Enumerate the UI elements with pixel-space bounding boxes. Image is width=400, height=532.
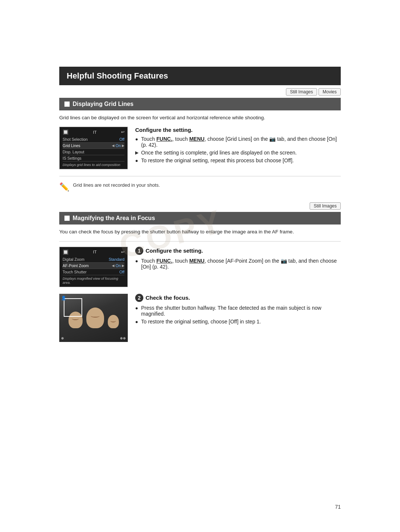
section-title-magnify: Magnifying the Area in Focus xyxy=(73,215,155,222)
cam-row-value-1: Off xyxy=(119,137,124,142)
photo-person-icon: 👤 xyxy=(61,296,66,300)
focus-box xyxy=(64,298,82,317)
face-detail-left xyxy=(72,317,79,320)
cam-row2-label-1: Digital Zoom xyxy=(63,257,84,262)
grid-lines-instr-text: Configure the setting. ● Touch FUNC., to… xyxy=(135,127,341,165)
cam-icon-back-2: ↩ xyxy=(121,250,124,255)
cam-row-af-zoom: AF-Point Zoom ◀ On ▶ xyxy=(63,263,124,269)
page-number: 71 xyxy=(335,504,341,510)
bullet-text-step2-1: Press the shutter button halfway. The fa… xyxy=(141,305,341,317)
cam-icon-back-1: ↩ xyxy=(121,130,124,134)
func-key-1: FUNC. xyxy=(156,136,172,142)
cam-top-row-2: 🔲 IT ↩ xyxy=(63,249,124,255)
section-grid-lines: Still Images Movies Displaying Grid Line… xyxy=(59,88,341,192)
section-icon-2 xyxy=(64,216,70,221)
arrow-left-2: ◀ xyxy=(112,264,114,267)
face-detail-right xyxy=(110,319,116,322)
camera-screen-2: 🔲 IT ↩ Digital Zoom Standard AF-Point Zo… xyxy=(59,247,128,287)
magnify-description: You can check the focus by pressing the … xyxy=(59,228,341,236)
cam-row-value-2-text: On xyxy=(116,143,121,148)
section-header-magnify: Magnifying the Area in Focus xyxy=(59,212,341,225)
chapter-title: Helpful Shooting Features xyxy=(67,71,168,80)
configure-title-1: Configure the setting. xyxy=(135,127,341,133)
bullet-restore-1: ● To restore the original setting, repea… xyxy=(135,157,341,163)
bullet-func-menu-2: ● Touch FUNC., touch MENU, choose [AF-Po… xyxy=(135,258,341,270)
menu-key-1: MENU xyxy=(189,136,204,142)
section-icon-1 xyxy=(64,102,70,107)
face-center xyxy=(86,307,104,328)
camera-screen-box-1: 🔲 IT ↩ Shot Selection Off Grid Lines ◀ O… xyxy=(59,127,128,169)
section-magnifying: Still Images Magnifying the Area in Focu… xyxy=(59,202,341,342)
cam-row-label-1: Shot Selection xyxy=(63,137,88,142)
arrow-right-1: ▶ xyxy=(122,144,124,147)
cam-row-is-settings: IS Settings xyxy=(63,155,124,162)
bullet-text-step1: Touch FUNC., touch MENU, choose [AF-Poin… xyxy=(141,258,341,270)
cam-row2-label-3: Touch Shutter xyxy=(63,270,87,274)
step2-header: 2 Check the focus. xyxy=(135,294,341,302)
divider-1 xyxy=(59,176,341,176)
cam-row2-label-2: AF-Point Zoom xyxy=(63,263,89,268)
step1-row: 🔲 IT ↩ Digital Zoom Standard AF-Point Zo… xyxy=(59,247,341,287)
grid-lines-instruction: 🔲 IT ↩ Shot Selection Off Grid Lines ◀ O… xyxy=(59,127,341,169)
cam-row-label-3: Disp. Layout xyxy=(63,150,84,154)
face-detail-center xyxy=(91,315,100,317)
cam-icon-camera-1: 🔲 xyxy=(63,129,69,135)
step-num-2: 2 xyxy=(135,294,143,302)
page: COPY Helpful Shooting Features Still Ima… xyxy=(0,0,400,532)
section-header-grid-lines: Displaying Grid Lines xyxy=(59,98,341,110)
cam-icon-it-1: IT xyxy=(93,130,97,134)
cam-row-disp-layout: Disp. Layout xyxy=(63,149,124,155)
cam-row2-value-1: Standard xyxy=(109,257,124,262)
bullet-text-step2-2: To restore the original setting, choose … xyxy=(141,319,261,325)
tab-still-images-1: Still Images xyxy=(286,88,317,96)
photo-bottom-left: ⊕ xyxy=(61,336,64,340)
divider-2 xyxy=(59,241,341,242)
step1-title: Configure the setting. xyxy=(146,247,203,254)
func-key-2: FUNC. xyxy=(156,258,172,264)
cam-icon-it-2: IT xyxy=(93,250,97,254)
cam-row-digital-zoom: Digital Zoom Standard xyxy=(63,256,124,263)
section-title-grid-lines: Displaying Grid Lines xyxy=(73,101,133,107)
bullet-dot-1: ● xyxy=(135,136,139,142)
step2-title: Check the focus. xyxy=(146,295,190,301)
cam-caption-1: Displays grid lines to aid composition xyxy=(63,163,124,167)
cam-row-value-2: ◀ On ▶ xyxy=(112,143,124,148)
bullet-text-3: To restore the original setting, repeat … xyxy=(141,157,294,163)
cam-caption-2: Displays magnified view of focusing area… xyxy=(63,276,124,285)
step1-instr-text: 1 Configure the setting. ● Touch FUNC., … xyxy=(135,247,341,272)
bullet-arrow-1: ▶ xyxy=(135,150,139,155)
tab-still-images-2: Still Images xyxy=(310,202,341,210)
cam-row-touch-shutter: Touch Shutter Off xyxy=(63,269,124,275)
cam-top-row-1: 🔲 IT ↩ xyxy=(63,129,124,135)
photo-bottom-right: ⊕⊕ xyxy=(120,336,126,340)
tab-row-2: Still Images xyxy=(59,202,341,210)
bullet-text-1: Touch FUNC., touch MENU, choose [Grid Li… xyxy=(141,136,341,148)
step2-row: 👤 ⊕ ⊕⊕ 2 Check the focus. ● Press the sh… xyxy=(59,294,341,342)
camera-screen-box-2: 🔲 IT ↩ Digital Zoom Standard AF-Point Zo… xyxy=(59,247,128,287)
cam-row-grid-lines: Grid Lines ◀ On ▶ xyxy=(63,143,124,149)
bullet-text-2: Once the setting is complete, grid lines… xyxy=(141,150,297,156)
tab-movies-1: Movies xyxy=(319,88,341,96)
cam-row2-value-2: ◀ On ▶ xyxy=(112,263,124,268)
grid-lines-description: Grid lines can be displayed on the scree… xyxy=(59,114,341,122)
bullet-dot-2: ● xyxy=(135,158,139,163)
bullet-dot-5: ● xyxy=(135,319,139,325)
camera-screen-1: 🔲 IT ↩ Shot Selection Off Grid Lines ◀ O… xyxy=(59,127,128,169)
cam-icon-camera-2: 🔲 xyxy=(63,249,69,255)
face-right xyxy=(108,315,119,328)
cam-row2-value-2-text: On xyxy=(116,263,121,268)
bullet-setting-complete: ▶ Once the setting is complete, grid lin… xyxy=(135,150,341,156)
photo-bottom-overlay: ⊕ ⊕⊕ xyxy=(61,336,126,340)
note-row-1: ✏️ Grid lines are not recorded in your s… xyxy=(59,182,341,192)
step1-header: 1 Configure the setting. xyxy=(135,247,341,255)
cam-row2-value-3: Off xyxy=(119,270,124,274)
camera-tab-icon-2: 📷 xyxy=(281,258,287,264)
bullet-dot-3: ● xyxy=(135,258,139,264)
bullet-dot-4: ● xyxy=(135,305,139,311)
cam-row-label-2: Grid Lines xyxy=(63,143,80,148)
chapter-header: Helpful Shooting Features xyxy=(59,67,341,85)
bullet-restore-2: ● To restore the original setting, choos… xyxy=(135,319,341,325)
cam-row-shot-selection: Shot Selection Off xyxy=(63,136,124,143)
step2-instr-text: 2 Check the focus. ● Press the shutter b… xyxy=(135,294,341,326)
camera-photo-mock: 👤 ⊕ ⊕⊕ xyxy=(59,294,128,342)
